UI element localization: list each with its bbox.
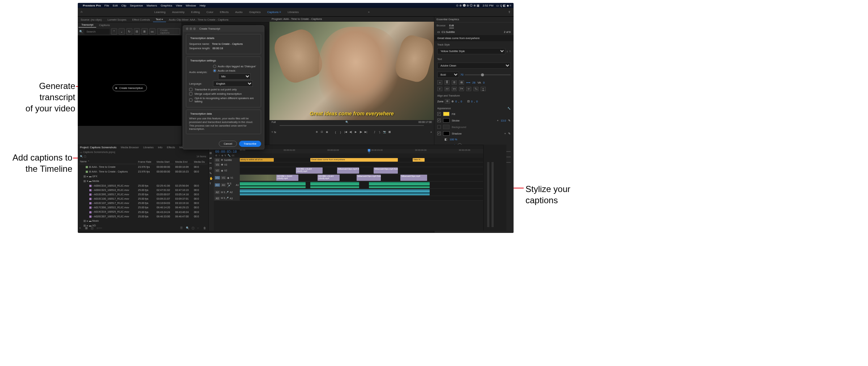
- clip-row[interactable]: ▫ A010C100_160517_R1JC.mov25.00 fps03:09…: [78, 197, 208, 200]
- menu-edit[interactable]: Edit: [113, 4, 118, 7]
- fill-swatch[interactable]: [443, 112, 450, 116]
- find-icon[interactable]: 🔍: [186, 226, 190, 230]
- clip-row[interactable]: ▫ A020C007_160525_R1JC.mov25.00 fps06:46…: [78, 214, 208, 218]
- trash-icon[interactable]: 🗑: [203, 226, 207, 230]
- icon-view-icon[interactable]: ▦: [85, 226, 89, 230]
- scale-y[interactable]: 0: [476, 100, 478, 103]
- justify-icon[interactable]: ▤: [459, 80, 464, 85]
- search-input[interactable]: [84, 29, 110, 34]
- kerning-value[interactable]: 0: [483, 81, 485, 84]
- underline-icon[interactable]: T: [481, 87, 486, 91]
- add-shadow-icon[interactable]: +: [505, 132, 506, 135]
- bin-row[interactable]: ▸ ▬ Music: [78, 219, 208, 223]
- track-head-v2[interactable]: V2 ◉ V2: [214, 167, 240, 174]
- eg-tab-edit[interactable]: Edit: [449, 23, 454, 28]
- video-preview[interactable]: Great ideas come from everywhere: [269, 22, 434, 120]
- stroke-value[interactable]: 13.0: [501, 119, 506, 122]
- project-tab[interactable]: Libraries: [143, 146, 154, 149]
- zoom-icon[interactable]: 🔍: [345, 121, 349, 124]
- subtab-transcript[interactable]: Transcript: [78, 22, 96, 27]
- menu-sequence[interactable]: Sequence: [130, 4, 143, 7]
- hand-icon[interactable]: ✋: [209, 177, 213, 180]
- pos-x[interactable]: 0: [455, 100, 457, 103]
- eg-tab-browse[interactable]: Browse: [437, 23, 446, 28]
- clip-v1-2[interactable]: ADOBE x ALEX [16x9].mp4: [318, 175, 340, 181]
- stroke-eyedrop-icon[interactable]: ✎: [508, 119, 511, 122]
- menu-graphics[interactable]: Graphics: [161, 4, 172, 7]
- clip-row[interactable]: ▫ A017C006_160522_R1JC.mov25.00 fps06:46…: [78, 206, 208, 209]
- clip-row[interactable]: ⊞ AAA - Time to Create - Captions23.976 …: [78, 170, 208, 174]
- sync-icon[interactable]: ↓: [507, 50, 508, 53]
- opt1-btn[interactable]: ⊟: [134, 28, 140, 35]
- dialog-titlebar[interactable]: Create Transcript: [183, 26, 264, 32]
- clip-row[interactable]: ⊞ AAA - Time to Create23.976 fps00:00:00…: [78, 165, 208, 169]
- fill-checkbox[interactable]: ✓: [437, 112, 441, 116]
- export-frame-icon[interactable]: ◉: [325, 130, 329, 134]
- clip-v2-1[interactable]: ADOBE x ALEX [16x9].mp4: [296, 167, 323, 174]
- tracking-value[interactable]: 28: [472, 81, 475, 84]
- project-tab[interactable]: Project: Captions Screenshots: [80, 146, 116, 149]
- caption-clip-3[interactable]: Take th...: [413, 158, 425, 162]
- clip-v2-3[interactable]: SilbersalzClips.mp4.Sub.clip3: [374, 167, 398, 174]
- faux-bold-icon[interactable]: T: [437, 87, 442, 91]
- col-header[interactable]: Media Du: [192, 159, 208, 164]
- track-select-icon[interactable]: ⊞: [209, 152, 213, 155]
- shadow-swatch[interactable]: [443, 131, 450, 136]
- menu-help[interactable]: Help: [200, 4, 205, 7]
- auto-seq-icon[interactable]: ☰: [180, 226, 184, 230]
- track-style-select[interactable]: Yellow Subtitle Style: [437, 48, 505, 54]
- step-back-icon[interactable]: ◀|: [349, 130, 353, 134]
- slip-icon[interactable]: ⊡: [209, 167, 213, 170]
- settings-plus-icon[interactable]: +: [430, 131, 432, 133]
- clip-a1-3[interactable]: [369, 182, 430, 188]
- clip-v1-1[interactable]: ADOBE x ALEX [16x9].mp4: [276, 175, 298, 181]
- workspace-graphics[interactable]: Graphics: [249, 10, 261, 14]
- eg-caption-text[interactable]: Great ideas come from everywhere: [434, 35, 514, 41]
- track-head-v1[interactable]: V1 V1 ◉ V1: [214, 174, 240, 181]
- pos-y[interactable]: 0: [460, 100, 462, 103]
- source-tab[interactable]: Lumetri Scopes: [105, 17, 129, 22]
- clip-v1-4[interactable]: SilbersalzClips.mp4: [400, 175, 427, 181]
- in-point-icon[interactable]: {: [333, 130, 338, 134]
- bg-checkbox[interactable]: [437, 125, 441, 129]
- workspace-effects[interactable]: Effects: [220, 10, 229, 14]
- clip-row[interactable]: ▫ A006C023_160510_R1JC.mov25.00 fps02:47…: [78, 188, 208, 192]
- new-bin-icon[interactable]: ▢: [192, 226, 195, 230]
- workspace-editing[interactable]: Editing: [191, 10, 200, 14]
- cb-merge[interactable]: [189, 92, 192, 95]
- transcribe-button[interactable]: Transcribe: [239, 141, 261, 147]
- track-head-caption[interactable]: C1 ◈ Subtitle: [214, 158, 240, 162]
- tray-icons[interactable]: ▭ Q ◧ ◆ ≡: [496, 4, 511, 7]
- align-right-icon[interactable]: ☰: [452, 80, 457, 85]
- sub-icon[interactable]: T₁: [473, 87, 478, 91]
- status-icons[interactable]: ⊙ ⊕ ⓿ ⊜ ⓘ ⊗ ▦: [456, 4, 480, 7]
- subtab-captions[interactable]: Captions: [96, 23, 113, 27]
- timeline-timecode[interactable]: 00:00:05:10: [215, 150, 238, 153]
- radio-track[interactable]: [213, 69, 216, 72]
- freeform-icon[interactable]: ◫: [91, 226, 94, 230]
- home-icon[interactable]: ⌂: [81, 10, 85, 14]
- language-select[interactable]: English: [213, 81, 253, 87]
- bin-row[interactable]: ▾ ▬ Media: [78, 179, 208, 183]
- clip-row[interactable]: ▫ A010C107_160517_R1JC.mov25.00 fps03:10…: [78, 201, 208, 205]
- insert-icon[interactable]: ⊕: [315, 130, 319, 134]
- program-tab[interactable]: Program: AAA - Time to Create - Captions: [269, 17, 434, 22]
- caption-clip-1[interactable]: ativity is within all of us: [240, 158, 274, 162]
- workspace-learning[interactable]: Learning: [154, 10, 166, 14]
- menu-app[interactable]: Premiere Pro: [83, 4, 101, 7]
- shadow-checkbox[interactable]: ✓: [437, 132, 441, 135]
- menu-markers[interactable]: Markers: [146, 4, 157, 7]
- allcaps-icon[interactable]: TT: [452, 87, 457, 91]
- pen-icon[interactable]: ✎: [209, 172, 213, 175]
- menu-clip[interactable]: Clip: [122, 4, 127, 7]
- create-captions-button[interactable]: Create captions: [157, 28, 180, 35]
- go-out-icon[interactable]: ▶|: [364, 130, 368, 134]
- col-header[interactable]: Name ⌃: [78, 159, 136, 164]
- overwrite-icon[interactable]: ⊡: [320, 130, 324, 134]
- zone-grid-icon[interactable]: ⊞: [445, 99, 450, 103]
- push-icon[interactable]: ↑: [509, 50, 511, 53]
- workspace-captions[interactable]: Captions ≡: [267, 10, 281, 14]
- comp-icon[interactable]: ▦: [388, 130, 392, 134]
- opacity-value[interactable]: 100 %: [450, 138, 457, 141]
- camera-icon[interactable]: 📷: [383, 130, 387, 134]
